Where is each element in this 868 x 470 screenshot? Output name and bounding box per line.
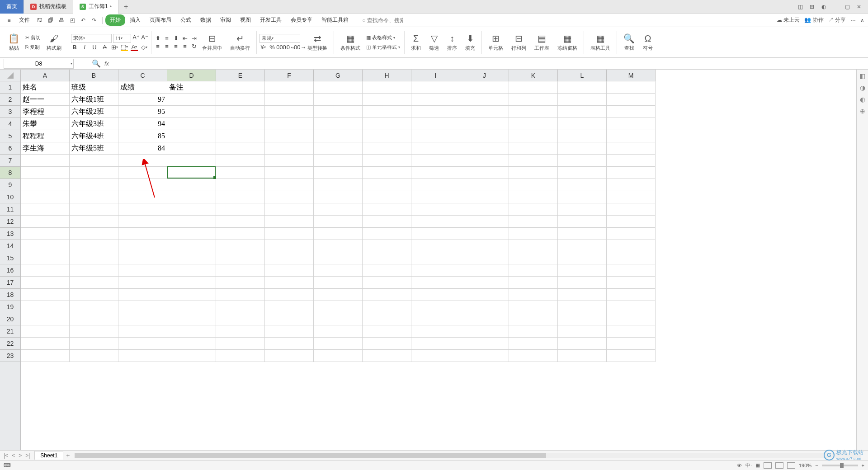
row-header-20[interactable]: 20 (0, 313, 20, 325)
cell[interactable]: 姓名 (21, 81, 70, 94)
cell[interactable] (21, 338, 70, 350)
row-header-21[interactable]: 21 (0, 325, 20, 338)
cell[interactable] (558, 252, 607, 264)
cell[interactable] (607, 240, 656, 252)
more-icon[interactable]: ⋯ (850, 17, 856, 24)
menu-layout[interactable]: 页面布局 (145, 14, 176, 26)
cell[interactable] (216, 106, 265, 118)
cell[interactable] (314, 338, 363, 350)
cell[interactable] (70, 289, 118, 301)
thousand-icon[interactable]: 000 (278, 44, 285, 51)
cell[interactable] (265, 203, 314, 216)
maximize-button[interactable]: ▢ (842, 1, 853, 12)
cell[interactable] (265, 301, 314, 313)
cell[interactable] (607, 155, 656, 167)
cell[interactable] (607, 216, 656, 228)
cell[interactable] (460, 228, 509, 240)
cell[interactable] (558, 142, 607, 155)
row-header-9[interactable]: 9 (0, 179, 20, 191)
menu-tools[interactable]: 智能工具箱 (317, 14, 353, 26)
cell[interactable] (607, 277, 656, 289)
cell[interactable] (558, 228, 607, 240)
share-button[interactable]: ↗ 分享 (828, 16, 846, 24)
percent-icon[interactable]: % (269, 44, 276, 51)
cell[interactable] (167, 94, 216, 106)
cell[interactable] (460, 289, 509, 301)
cell[interactable] (509, 338, 558, 350)
align-top-icon[interactable]: ⬆ (154, 35, 161, 42)
cell[interactable] (265, 264, 314, 277)
cell[interactable] (21, 301, 70, 313)
fill-color-icon[interactable]: ⬚▾ (121, 44, 128, 51)
horizontal-scrollbar[interactable] (75, 453, 861, 458)
cell[interactable] (265, 277, 314, 289)
cell[interactable] (265, 155, 314, 167)
cell[interactable] (607, 350, 656, 362)
cell[interactable]: 六年级5班 (70, 142, 118, 155)
cell[interactable] (216, 277, 265, 289)
indent-left-icon[interactable]: ⇤ (181, 35, 189, 42)
grid-icon[interactable]: ▦ (755, 462, 760, 468)
row-header-5[interactable]: 5 (0, 130, 20, 142)
cell[interactable] (70, 277, 118, 289)
chevron-icon[interactable]: ∧ (860, 17, 864, 24)
cell[interactable] (363, 350, 411, 362)
cell[interactable] (509, 106, 558, 118)
cell[interactable] (460, 240, 509, 252)
cell[interactable] (167, 240, 216, 252)
cell[interactable] (70, 216, 118, 228)
row-header-23[interactable]: 23 (0, 350, 20, 362)
cell[interactable] (216, 81, 265, 94)
cell[interactable] (167, 252, 216, 264)
align-justify-icon[interactable]: ≡ (181, 43, 189, 50)
cell[interactable] (363, 203, 411, 216)
cell[interactable] (70, 228, 118, 240)
cell[interactable] (21, 277, 70, 289)
col-header-E[interactable]: E (216, 70, 265, 81)
cell[interactable] (216, 216, 265, 228)
cell[interactable] (411, 313, 460, 325)
cell[interactable] (314, 118, 363, 130)
user-icon[interactable]: ◐ (818, 1, 829, 12)
find-icon[interactable]: 🔍 (623, 33, 635, 44)
cell[interactable] (363, 155, 411, 167)
underline-icon[interactable]: U (91, 44, 98, 51)
cell[interactable] (216, 167, 265, 179)
font-select[interactable]: 宋体▾ (71, 34, 112, 43)
save-icon[interactable]: 🖫 (35, 16, 44, 25)
cell[interactable] (460, 264, 509, 277)
cell[interactable]: 备注 (167, 81, 216, 94)
cell[interactable] (167, 216, 216, 228)
col-header-M[interactable]: M (607, 70, 656, 81)
cell[interactable] (411, 252, 460, 264)
fill-icon[interactable]: ⬇ (467, 33, 474, 44)
cell[interactable]: 六年级2班 (70, 106, 118, 118)
cell[interactable] (411, 179, 460, 191)
cell[interactable] (363, 325, 411, 338)
col-header-B[interactable]: B (70, 70, 118, 81)
tab-home[interactable]: 首页 (0, 0, 24, 14)
cell[interactable] (363, 313, 411, 325)
cell[interactable] (509, 130, 558, 142)
cell[interactable] (460, 301, 509, 313)
cell[interactable] (411, 130, 460, 142)
row-header-15[interactable]: 15 (0, 252, 20, 264)
cell[interactable] (558, 179, 607, 191)
preview-icon[interactable]: ◰ (68, 16, 77, 25)
cell[interactable] (411, 264, 460, 277)
tab-templates[interactable]: D 找稻壳模板 (24, 0, 73, 14)
cell[interactable] (460, 216, 509, 228)
cell[interactable] (363, 277, 411, 289)
cell[interactable] (509, 289, 558, 301)
increase-font-icon[interactable]: A⁺ (132, 34, 140, 41)
cell[interactable] (70, 350, 118, 362)
cell[interactable]: 97 (118, 94, 167, 106)
sheet-icon[interactable]: ▤ (538, 33, 546, 44)
cell[interactable] (460, 277, 509, 289)
cell[interactable] (118, 301, 167, 313)
cell[interactable] (118, 216, 167, 228)
filter-icon[interactable]: ▽ (431, 33, 438, 44)
cell[interactable] (21, 350, 70, 362)
eye-icon[interactable]: 👁 (737, 463, 742, 468)
align-right-icon[interactable]: ≡ (172, 43, 179, 50)
